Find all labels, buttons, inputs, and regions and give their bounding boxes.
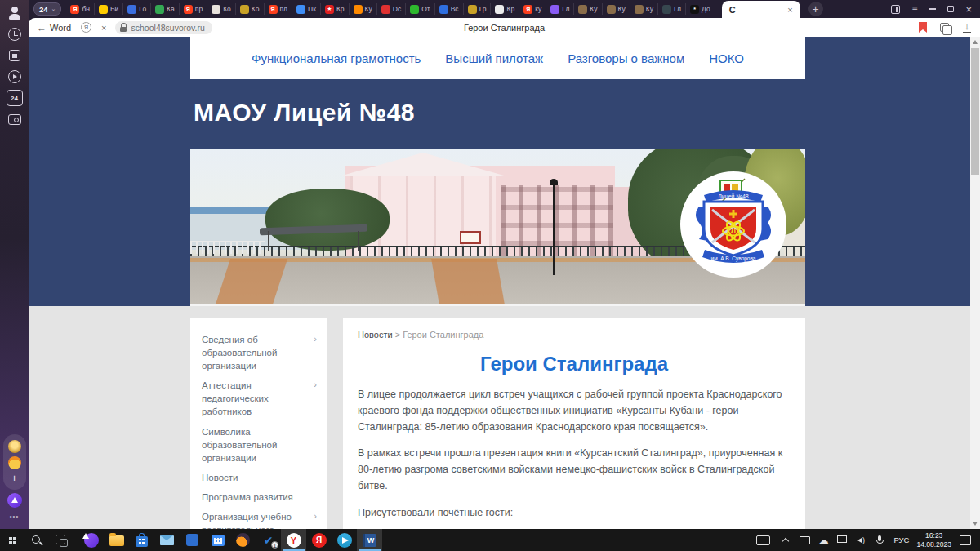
tab-favicon-icon [381,5,390,14]
sidebar-menu-item[interactable]: Новости [190,464,327,484]
taskbar-app-app-blue[interactable] [180,529,205,551]
pinned-tab[interactable]: Яку [519,3,546,15]
disk-icon[interactable] [8,456,21,469]
pinned-tab[interactable]: Го [123,3,151,15]
gerb-icon[interactable] [8,440,21,453]
chevron-up-icon[interactable] [779,529,792,551]
scroll-down-icon[interactable] [973,522,978,526]
download-icon[interactable]: ↓ [962,22,972,33]
pinned-tab[interactable]: Ко [207,3,236,15]
top-nav-link[interactable]: НОКО [709,51,744,65]
pinned-tab-label: пл [280,5,288,13]
taskbar-app-yandex[interactable]: Я [306,529,332,551]
windows-start-icon[interactable] [0,529,24,551]
pinned-tab[interactable]: Гл [658,3,686,15]
pinned-tab-label: Кр [506,5,514,13]
pinned-tab[interactable]: Кр [491,3,519,15]
sidebar-menu-item[interactable]: Организация учебно-воспитательного проце… [190,504,327,529]
new-tab-button[interactable]: + [808,2,823,16]
pinned-tab[interactable]: Япр [180,3,207,15]
pinned-tab[interactable]: *До [686,3,715,15]
back-label: Word [50,23,71,33]
cloud-icon[interactable] [817,529,830,551]
volume-icon[interactable] [854,529,867,551]
top-nav-link[interactable]: Разговоры о важном [568,51,684,65]
sidebar-menu-item[interactable]: Программа развития [190,484,327,504]
taskbar-app-word[interactable]: W [357,529,382,551]
yandex-services-icon[interactable]: Я [81,22,91,33]
pinned-tab[interactable]: Япл [265,3,293,15]
taskbar-app-explorer[interactable] [104,529,129,551]
profile-icon[interactable] [7,5,23,21]
top-nav-link[interactable]: Высший пилотаж [445,51,543,65]
taskbar-app-check[interactable]: ✔1 [256,529,281,551]
taskbar-app-yandex-browser[interactable]: Y [281,529,306,551]
browser-menu-icon[interactable]: ≡ [911,3,917,15]
history-icon[interactable] [7,26,23,42]
tabs-24-icon[interactable] [7,90,23,106]
scrollbar[interactable] [970,37,980,529]
restore-icon[interactable] [947,6,954,12]
pinned-tab[interactable]: Ко [236,3,265,15]
feed-icon[interactable] [7,47,23,64]
side-panel-icon[interactable] [891,5,900,14]
pinned-tab[interactable]: Ку [574,3,602,15]
language-indicator[interactable]: РУС [892,535,911,544]
taskbar-app-store[interactable] [129,529,154,551]
taskbar-app-mail[interactable] [154,529,180,551]
scroll-up-icon[interactable] [973,40,978,44]
taskbar-app-browser-beta[interactable] [230,529,256,551]
scrollbar-thumb[interactable] [971,48,979,175]
bookmark-flag-icon[interactable] [919,22,927,33]
alice-icon[interactable] [7,493,22,508]
sidebar-item-label: Символика образовательной организации [202,425,317,464]
pinned-tab[interactable]: Гр [464,3,492,15]
tab-close-icon[interactable]: × [787,5,792,15]
pinned-tab[interactable]: Вс [435,3,464,15]
address-bar[interactable]: school48suvorov.ru [115,21,212,34]
active-tab[interactable]: C × [722,1,800,18]
microphone-icon[interactable] [873,529,886,551]
pinned-tab[interactable]: От [406,3,435,15]
action-center-icon[interactable] [957,529,973,551]
plus-icon[interactable] [8,473,21,484]
tab-counter-button[interactable]: 24 ⌄ [33,2,61,16]
browser-side-rail [0,0,29,529]
back-button[interactable]: ← Word [37,22,71,33]
dots-icon[interactable] [7,513,23,519]
pinned-tab[interactable]: Ку [630,3,658,15]
pinned-tab[interactable]: Би [95,3,123,15]
stop-loading-icon[interactable]: × [101,23,106,33]
task-view-icon[interactable] [49,529,74,551]
pinned-tab[interactable]: Гл [546,3,574,15]
pinned-tab[interactable]: Пк [292,3,321,15]
video-icon[interactable] [7,69,23,85]
pinned-tab[interactable]: Ка [151,3,180,15]
pinned-tab-label: Ка [167,5,175,13]
close-icon[interactable]: × [965,4,972,15]
badge: 1 [271,541,278,549]
sidebar-menu-item[interactable]: Символика образовательной организации [190,419,327,464]
taskbar-app-telegram[interactable] [332,529,357,551]
taskbar-app-calendar[interactable] [205,529,230,551]
sidebar-menu-item[interactable]: Аттестация педагогических работников› [190,372,327,418]
taskbar-clock[interactable]: 16:23 14.08.2023 [916,531,951,549]
search-icon[interactable] [24,529,49,551]
pinned-tab[interactable]: Ку [350,3,377,15]
minimize-icon[interactable] [929,8,936,10]
display-icon[interactable] [798,529,811,551]
chevron-right-icon: › [314,333,317,345]
pinned-tab[interactable]: Ку [603,3,630,15]
sidebar-item-label: Сведения об образовательной организации [202,333,310,372]
pinned-tab[interactable]: ★Кр [321,3,350,15]
network-icon[interactable] [835,529,849,551]
top-nav-link[interactable]: Функциональная грамотность [252,51,421,65]
sidebar-menu-item[interactable]: Сведения об образовательной организации› [190,327,327,372]
collections-icon[interactable] [940,23,949,32]
pinned-tab[interactable]: Ябн [66,3,95,15]
breadcrumb-news-link[interactable]: Новости [358,330,393,340]
pc-device-icon[interactable] [752,529,773,551]
taskbar-app-alice[interactable] [78,529,104,551]
pinned-tab[interactable]: Dc [377,3,406,15]
screenshot-icon[interactable] [7,111,23,127]
